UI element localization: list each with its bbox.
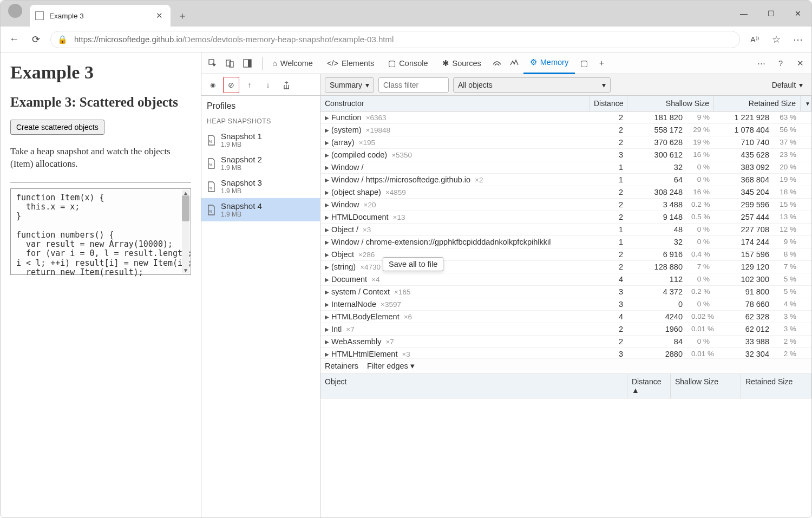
heap-row[interactable]: ▶(array)×195 2 370 628 19 % 710 740 37 %: [320, 136, 811, 149]
close-devtools-icon[interactable]: ✕: [792, 55, 808, 71]
heap-row[interactable]: ▶Object /×3 1 48 0 % 227 708 12 %: [320, 224, 811, 236]
heap-row[interactable]: ▶HTMLDocument×13 2 9 148 0.5 % 257 444 1…: [320, 211, 811, 224]
favorite-icon[interactable]: ☆: [769, 32, 783, 47]
class-filter-input[interactable]: [378, 77, 449, 93]
scrollbar[interactable]: ▲ ▼: [182, 190, 189, 273]
expand-icon[interactable]: ▶: [325, 152, 329, 158]
device-icon[interactable]: [222, 55, 238, 71]
browser-tab[interactable]: Example 3 ✕: [30, 5, 171, 27]
dock-icon[interactable]: [239, 55, 256, 71]
scope-select[interactable]: All objects▾: [453, 77, 611, 93]
expand-icon[interactable]: ▶: [325, 252, 329, 258]
heap-row[interactable]: ▶Intl×7 2 1960 0.01 % 62 012 3 %: [320, 323, 811, 336]
expand-icon[interactable]: ▶: [325, 289, 329, 295]
heap-row[interactable]: ▶Document×4 4 112 0 % 102 300 5 %: [320, 273, 811, 286]
app-icon[interactable]: ▢: [576, 55, 592, 71]
inspect-icon[interactable]: [205, 55, 221, 71]
expand-icon[interactable]: ▶: [325, 177, 329, 183]
tab-welcome[interactable]: ⌂Welcome: [266, 53, 319, 74]
snapshot-item[interactable]: % Snapshot 41.9 MB: [201, 198, 320, 221]
load-button[interactable]: ↑: [241, 77, 258, 93]
performance-icon[interactable]: [506, 55, 522, 71]
snapshot-item[interactable]: % Snapshot 31.9 MB: [201, 175, 320, 198]
close-tab-icon[interactable]: ✕: [154, 10, 165, 22]
heap-row[interactable]: ▶HTMLBodyElement×6 4 4240 0.02 % 62 328 …: [320, 311, 811, 323]
heap-row[interactable]: ▶(system)×19848 2 558 172 29 % 1 078 404…: [320, 124, 811, 136]
col-retained2[interactable]: Retained Size: [741, 374, 811, 398]
col-shallow[interactable]: Shallow Size: [627, 96, 714, 111]
col-retained[interactable]: Retained Size: [714, 96, 801, 111]
more-tools-icon[interactable]: ⋯: [753, 55, 769, 71]
clear-button[interactable]: ⊘: [223, 77, 239, 93]
tab-console[interactable]: ▢Console: [382, 53, 434, 74]
expand-icon[interactable]: ▶: [325, 115, 329, 121]
col-object[interactable]: Object: [320, 374, 627, 398]
expand-icon[interactable]: ▶: [325, 165, 329, 171]
network-icon[interactable]: [489, 55, 505, 71]
scroll-down-icon[interactable]: ▼: [183, 267, 188, 273]
snapshot-item[interactable]: % Snapshot 11.9 MB: [201, 128, 320, 152]
heap-row[interactable]: ▶WebAssembly×7 2 84 0 % 33 988 2 %: [320, 336, 811, 348]
expand-icon[interactable]: ▶: [325, 140, 329, 146]
heap-row[interactable]: ▶Window / 1 32 0 % 383 092 20 %: [320, 161, 811, 174]
snapshot-name: Snapshot 3: [221, 178, 262, 187]
back-button[interactable]: ←: [7, 32, 21, 47]
tab-memory[interactable]: ⚙Memory: [523, 53, 575, 74]
expand-icon[interactable]: ▶: [325, 214, 329, 220]
snapshot-item[interactable]: % Snapshot 21.9 MB: [201, 152, 320, 175]
create-objects-button[interactable]: Create scattered objects: [10, 120, 104, 135]
new-tab-button[interactable]: ＋: [174, 7, 191, 24]
scroll-thumb[interactable]: [182, 195, 189, 221]
gc-button[interactable]: [278, 77, 294, 93]
expand-icon[interactable]: ▶: [325, 202, 329, 208]
expand-icon[interactable]: ▶: [325, 351, 329, 357]
heap-row[interactable]: ▶Function×6363 2 181 820 9 % 1 221 928 6…: [320, 112, 811, 124]
context-menu-save-all[interactable]: Save all to file: [383, 257, 443, 271]
heap-row[interactable]: ▶(compiled code)×5350 3 300 612 16 % 435…: [320, 149, 811, 161]
expand-icon[interactable]: ▶: [325, 326, 329, 332]
expand-icon[interactable]: ▶: [325, 314, 329, 320]
save-button[interactable]: ↓: [260, 77, 276, 93]
sort-select[interactable]: Default▾: [768, 77, 807, 93]
tab-elements[interactable]: </>Elements: [320, 53, 381, 74]
col-constructor[interactable]: Constructor: [320, 96, 590, 111]
filter-edges-select[interactable]: Filter edges ▾: [367, 362, 415, 370]
close-window-button[interactable]: ✕: [784, 1, 811, 27]
more-icon[interactable]: ⋯: [791, 32, 805, 47]
maximize-button[interactable]: ☐: [757, 1, 784, 27]
help-icon[interactable]: ?: [772, 55, 789, 71]
view-select[interactable]: Summary▾: [325, 77, 374, 93]
heap-row[interactable]: ▶(object shape)×4859 2 308 248 16 % 345 …: [320, 186, 811, 199]
bug-icon: ✱: [442, 59, 449, 68]
heap-row[interactable]: ▶HTMLHtmlElement×3 3 2880 0.01 % 32 304 …: [320, 348, 811, 358]
read-aloud-icon[interactable]: A⁾⁾: [748, 32, 762, 47]
expand-icon[interactable]: ▶: [325, 239, 329, 245]
heap-row[interactable]: ▶InternalNode×3597 3 0 0 % 78 660 4 %: [320, 298, 811, 311]
expand-icon[interactable]: ▶: [325, 127, 329, 133]
retainers-tab[interactable]: Retainers: [325, 362, 358, 370]
profile-avatar[interactable]: [8, 4, 22, 18]
heap-row[interactable]: ▶system / Context×165 3 4 372 0.2 % 91 8…: [320, 286, 811, 298]
shallow-pct: 0.5 %: [687, 211, 714, 223]
code-textarea[interactable]: function Item(x) { this.x = x; } functio…: [10, 188, 191, 275]
tab-sources[interactable]: ✱Sources: [436, 53, 488, 74]
expand-icon[interactable]: ▶: [325, 264, 329, 270]
heap-row[interactable]: ▶Window×20 2 3 488 0.2 % 299 596 15 %: [320, 199, 811, 211]
heap-row[interactable]: ▶Window / chrome-extension://gpphkfbcpid…: [320, 236, 811, 248]
expand-icon[interactable]: ▶: [325, 339, 329, 345]
record-button[interactable]: ◉: [205, 77, 221, 93]
expand-icon[interactable]: ▶: [325, 301, 329, 307]
col-shallow2[interactable]: Shallow Size: [671, 374, 741, 398]
heap-row[interactable]: ▶Window / https://microsoftedge.github.i…: [320, 174, 811, 186]
expand-icon[interactable]: ▶: [325, 277, 329, 283]
col-distance[interactable]: Distance: [590, 96, 627, 111]
constructor-name: InternalNode: [331, 300, 376, 309]
col-distance2[interactable]: Distance ▲: [627, 374, 671, 398]
add-tab-icon[interactable]: ＋: [593, 55, 610, 71]
expand-icon[interactable]: ▶: [325, 189, 329, 195]
refresh-button[interactable]: ⟳: [29, 32, 43, 47]
url-field[interactable]: 🔒 https://microsoftedge.github.io/Demos/…: [50, 31, 740, 48]
retained-pct: 15 %: [774, 199, 801, 211]
minimize-button[interactable]: —: [730, 1, 757, 27]
expand-icon[interactable]: ▶: [325, 227, 329, 233]
